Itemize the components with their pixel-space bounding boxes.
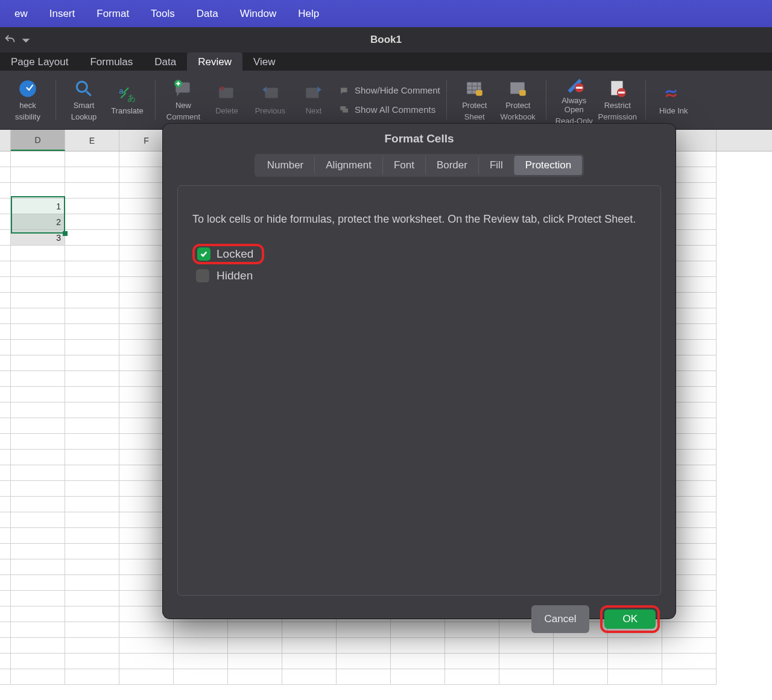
cell[interactable] (11, 151, 65, 167)
cell[interactable] (499, 654, 554, 669)
protect-sheet-button[interactable]: ProtectSheet (453, 78, 496, 122)
cell[interactable] (11, 246, 65, 261)
cell[interactable] (337, 669, 391, 685)
cell[interactable] (662, 669, 717, 685)
cell[interactable] (65, 371, 119, 387)
show-hide-comment-button[interactable]: Show/Hide Comment (339, 83, 440, 98)
cell[interactable] (0, 669, 11, 685)
cell[interactable] (65, 402, 119, 418)
cell[interactable] (0, 199, 11, 214)
cell[interactable] (0, 418, 11, 434)
cell[interactable] (0, 544, 11, 559)
cell[interactable] (0, 638, 11, 654)
check-accessibility-button[interactable]: heckssibility (6, 78, 49, 122)
cell[interactable] (0, 246, 11, 261)
cell[interactable] (391, 669, 445, 685)
cell[interactable] (11, 544, 65, 559)
cell[interactable] (11, 575, 65, 591)
cell[interactable] (11, 606, 65, 622)
qat-customize-icon[interactable] (19, 33, 33, 46)
menu-format[interactable]: Format (86, 0, 140, 27)
tab-view[interactable]: View (242, 52, 286, 71)
cell[interactable] (11, 418, 65, 434)
tab-review[interactable]: Review (187, 52, 242, 71)
undo-icon[interactable] (4, 33, 17, 46)
cell[interactable] (11, 355, 65, 371)
show-all-comments-button[interactable]: Show All Comments (339, 102, 440, 118)
cell[interactable] (65, 324, 119, 340)
next-comment-button[interactable]: Next (292, 84, 335, 116)
cell[interactable] (65, 261, 119, 277)
cell[interactable] (65, 418, 119, 434)
cell[interactable] (11, 183, 65, 199)
cell[interactable] (65, 214, 119, 230)
cell[interactable] (0, 450, 11, 465)
cell[interactable] (11, 308, 65, 324)
cell[interactable] (0, 512, 11, 528)
cell[interactable] (391, 654, 445, 669)
cell[interactable] (65, 465, 119, 481)
protect-workbook-button[interactable]: ProtectWorkbook (496, 78, 540, 122)
cell[interactable] (0, 465, 11, 481)
cell[interactable] (65, 654, 119, 669)
col-header-d[interactable]: D (11, 130, 65, 151)
smart-lookup-button[interactable]: SmartLookup (62, 78, 106, 122)
cell[interactable] (337, 654, 391, 669)
cell[interactable] (11, 261, 65, 277)
hide-ink-button[interactable]: Hide Ink (652, 84, 695, 116)
cell[interactable] (65, 638, 119, 654)
cell[interactable]: 3 (11, 230, 65, 246)
cancel-button[interactable]: Cancel (531, 605, 590, 633)
tab-formulas[interactable]: Formulas (79, 52, 144, 71)
delete-comment-button[interactable]: Delete (205, 84, 248, 116)
cell[interactable] (0, 559, 11, 575)
cell[interactable] (11, 654, 65, 669)
cell[interactable] (0, 387, 11, 402)
hidden-checkbox[interactable] (196, 269, 209, 282)
cell[interactable] (65, 355, 119, 371)
cell[interactable] (65, 544, 119, 559)
cell[interactable] (174, 669, 228, 685)
cell[interactable] (65, 199, 119, 214)
cell[interactable] (65, 183, 119, 199)
cell[interactable] (0, 575, 11, 591)
cell[interactable] (11, 528, 65, 544)
cell[interactable] (65, 591, 119, 606)
cell[interactable] (65, 622, 119, 638)
cell[interactable] (445, 669, 499, 685)
cell[interactable] (65, 230, 119, 246)
cell[interactable] (0, 591, 11, 606)
cell[interactable] (11, 591, 65, 606)
cell[interactable] (119, 654, 174, 669)
cell[interactable] (0, 340, 11, 355)
cell[interactable] (11, 638, 65, 654)
cell[interactable] (0, 230, 11, 246)
cell[interactable] (0, 497, 11, 512)
cell[interactable] (65, 246, 119, 261)
cell[interactable] (0, 654, 11, 669)
cell[interactable] (228, 654, 282, 669)
cell[interactable] (11, 512, 65, 528)
cell[interactable] (11, 450, 65, 465)
cell[interactable] (65, 434, 119, 450)
tab-page-layout[interactable]: Page Layout (0, 52, 79, 71)
tab-alignment[interactable]: Alignment (314, 156, 382, 175)
cell[interactable] (0, 481, 11, 497)
tab-fill[interactable]: Fill (478, 156, 514, 175)
cell[interactable] (65, 559, 119, 575)
cell[interactable] (0, 167, 11, 183)
cell[interactable] (11, 277, 65, 293)
cell[interactable] (65, 669, 119, 685)
cell[interactable] (65, 606, 119, 622)
cell[interactable] (0, 622, 11, 638)
cell[interactable] (0, 355, 11, 371)
cell[interactable] (662, 654, 717, 669)
cell[interactable] (65, 497, 119, 512)
cell[interactable] (11, 371, 65, 387)
tab-protection[interactable]: Protection (514, 156, 583, 175)
cell[interactable] (608, 669, 662, 685)
cell[interactable] (445, 654, 499, 669)
cell[interactable] (0, 261, 11, 277)
cell[interactable] (65, 293, 119, 308)
cell[interactable] (0, 528, 11, 544)
